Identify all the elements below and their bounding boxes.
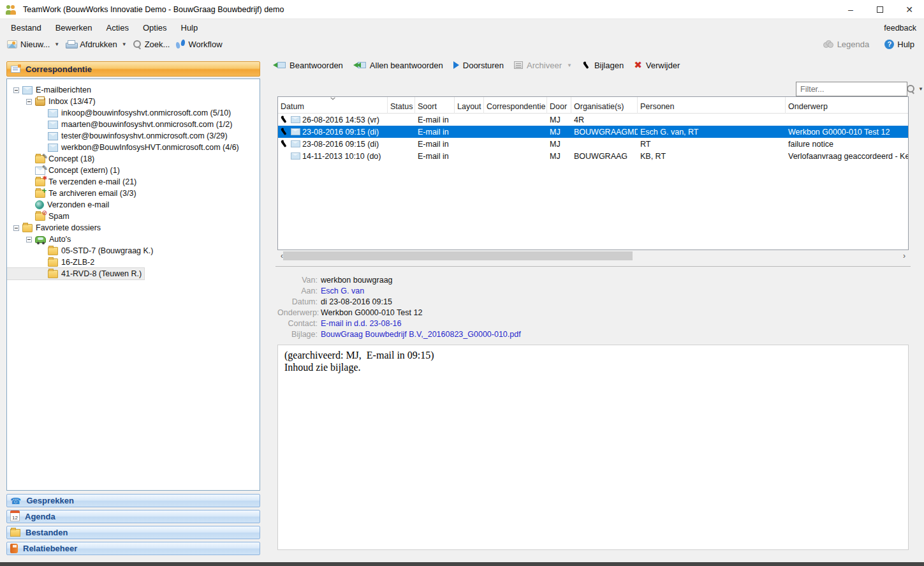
column-header-status[interactable]: Status <box>388 97 415 114</box>
nieuw-button[interactable]: Nieuw... ▼ <box>4 38 62 50</box>
feedback-link[interactable]: feedback <box>884 24 916 33</box>
chevron-down-icon[interactable]: ▼ <box>918 86 923 92</box>
afdrukken-button[interactable]: Afdrukken ▼ <box>62 38 129 50</box>
accordion-relatiebeheer[interactable]: Relatiebeheer <box>6 542 260 555</box>
column-header-door[interactable]: Door <box>547 97 571 114</box>
tree-item[interactable]: 41-RVD-8 (Teuwen R.) <box>7 268 144 279</box>
maximize-button[interactable] <box>865 0 895 19</box>
contact-book-icon <box>10 544 18 553</box>
accordion-gesprekken[interactable]: ☎Gesprekken <box>6 494 260 507</box>
sidebar-accordion: ☎Gesprekken12AgendaBestandenRelatiebehee… <box>6 494 260 555</box>
sort-descending-icon[interactable] <box>330 98 335 101</box>
archiveer-label: Archiveer <box>527 61 562 70</box>
cell-soort: E-mail in <box>415 152 455 161</box>
hulp-label: Hulp <box>897 40 914 49</box>
tree-item[interactable]: 16-ZLB-2 <box>7 257 260 268</box>
tree-expander-icon[interactable] <box>26 237 32 242</box>
cell-organisaties: 4R <box>571 115 638 124</box>
cell-soort: E-mail in <box>415 115 455 124</box>
column-header-onderwerp[interactable]: Onderwerp <box>786 97 908 114</box>
table-row[interactable]: 14-11-2013 10:10 (do)E-mail inMJBOUWGRAA… <box>278 150 908 162</box>
afdrukken-label: Afdrukken <box>80 40 117 49</box>
scroll-right-icon[interactable]: › <box>900 251 909 261</box>
tree-item[interactable]: Concept (18) <box>7 153 260 165</box>
detail-row: Contact:E-mail in d.d. 23-08-16 <box>277 318 909 329</box>
column-header-correspondentie[interactable]: Correspondentie <box>484 97 547 114</box>
tree-item[interactable]: inkoop@bouwinfosyshvt.onmicrosoft.com (5… <box>7 107 260 119</box>
accordion-bestanden[interactable]: Bestanden <box>6 526 260 539</box>
table-row[interactable]: 23-08-2016 09:15 (di)E-mail inMJBOUWGRAA… <box>278 126 908 138</box>
correspondentie-header[interactable]: Correspondentie <box>6 61 260 77</box>
column-header-layout[interactable]: Layout <box>455 97 484 114</box>
filter-input[interactable] <box>796 85 907 94</box>
detail-link[interactable]: Esch G. van <box>321 287 364 295</box>
column-header-soort[interactable]: Soort <box>415 97 455 114</box>
tree-item[interactable]: maarten@bouwinfosyshvt.onmicrosoft.com (… <box>7 119 260 130</box>
tree-item[interactable]: Favoriete dossiers <box>7 222 260 234</box>
cell-onderwerp: Werkbon G0000-010 Test 12 <box>786 128 908 137</box>
menu-item-opties[interactable]: Opties <box>136 21 174 34</box>
chevron-down-icon[interactable]: ▼ <box>122 41 127 47</box>
horizontal-scrollbar[interactable]: ‹ › <box>277 251 909 261</box>
column-header-organisaties[interactable]: Organisatie(s) <box>571 97 638 114</box>
detail-value: werkbon bouwgraag <box>321 276 393 285</box>
folder-icon <box>48 258 58 267</box>
verwijder-button[interactable]: ✖ Verwijder <box>634 61 680 70</box>
main-toolbar: Nieuw... ▼ Afdrukken ▼ Zoek... Workflow … <box>0 36 924 52</box>
cell-door: MJ <box>547 115 571 124</box>
legend-circles-icon <box>823 40 834 48</box>
folder-star-icon <box>35 178 45 186</box>
message-body: (gearchiveerd: MJ, E-mail in 09:15)Inhou… <box>277 345 909 550</box>
table-header: DatumStatusSoortLayoutCorrespondentieDoo… <box>278 97 908 114</box>
correspondence-icon <box>11 66 20 73</box>
zoek-label: Zoek... <box>145 40 170 49</box>
tree-item-label: werkbon@BouwInfosysHVT.onmicrosoft.com (… <box>61 143 239 152</box>
tree-expander-icon[interactable] <box>26 99 32 105</box>
tree-item-label: 16-ZLB-2 <box>61 258 94 267</box>
column-header-personen[interactable]: Personen <box>638 97 786 114</box>
allen-beantwoorden-button[interactable]: Allen beantwoorden <box>353 61 443 70</box>
folder-pencil-icon <box>35 155 45 163</box>
minimize-button[interactable]: – <box>836 0 865 19</box>
tree-item-label: maarten@bouwinfosyshvt.onmicrosoft.com (… <box>61 120 232 129</box>
close-button[interactable]: ✕ <box>895 0 924 19</box>
accordion-agenda[interactable]: 12Agenda <box>6 510 260 523</box>
tree-expander-icon[interactable] <box>13 87 19 93</box>
chevron-down-icon[interactable]: ▼ <box>54 41 59 47</box>
tree-item[interactable]: werkbon@BouwInfosysHVT.onmicrosoft.com (… <box>7 142 260 153</box>
cell-organisaties: BOUWGRAAGMD <box>571 128 638 137</box>
legenda-button[interactable]: Legenda <box>820 38 873 50</box>
phone-icon: ☎ <box>10 496 21 505</box>
cell-door: MJ <box>547 140 571 149</box>
tree-item[interactable]: Inbox (13/47) <box>7 96 260 107</box>
tree-item[interactable]: Te archiveren email (3/3) <box>7 188 260 199</box>
beantwoorden-button[interactable]: Beantwoorden <box>273 61 343 70</box>
envelope-icon <box>291 128 300 135</box>
table-row[interactable]: 26-08-2016 14:53 (vr)E-mail inMJ4R <box>278 114 908 126</box>
hulp-button[interactable]: ? Hulp <box>881 38 918 50</box>
bijlagen-button[interactable]: Bijlagen <box>582 61 624 70</box>
search-icon[interactable] <box>907 85 915 93</box>
cell-organisaties: BOUWGRAAG <box>571 152 638 161</box>
search-icon <box>133 40 142 48</box>
attachment-slot <box>280 127 289 137</box>
menu-item-hulp[interactable]: Hulp <box>174 21 205 34</box>
tree-item[interactable]: Spam <box>7 211 260 222</box>
tree-item[interactable]: Auto's <box>7 234 260 245</box>
doorsturen-button[interactable]: Doorsturen <box>453 61 504 70</box>
menu-item-bestand[interactable]: Bestand <box>4 21 48 34</box>
detail-value: Werkbon G0000-010 Test 12 <box>321 308 422 317</box>
tree-item[interactable]: E-mailberichten <box>7 84 260 96</box>
zoek-button[interactable]: Zoek... <box>130 38 173 50</box>
menu-item-acties[interactable]: Acties <box>99 21 136 34</box>
tree-item[interactable]: 05-STD-7 (Bouwgraag K.) <box>7 245 260 257</box>
tree-item[interactable]: tester@bouwinfosyshvt.onmicrosoft.com (3… <box>7 130 260 142</box>
scrollbar-thumb[interactable] <box>283 251 633 260</box>
workflow-button[interactable]: Workflow <box>173 38 225 50</box>
menu-item-bewerken[interactable]: Bewerken <box>48 21 99 34</box>
table-row[interactable]: 23-08-2016 09:15 (di)E-mail inMJRTfailur… <box>278 138 908 150</box>
detail-link[interactable]: E-mail in d.d. 23-08-16 <box>321 319 401 328</box>
tree-expander-icon[interactable] <box>13 225 19 231</box>
detail-link[interactable]: BouwGraag Bouwbedrijf B.V,_20160823_G000… <box>321 330 521 339</box>
detail-row: Onderwerp:Werkbon G0000-010 Test 12 <box>277 307 909 318</box>
